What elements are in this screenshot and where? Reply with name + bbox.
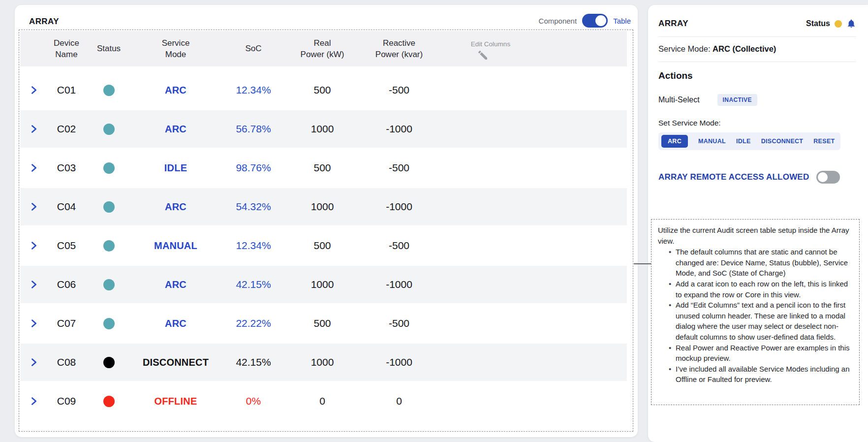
service-mode-cell: ARC [132,201,219,213]
status-bubble [103,240,115,252]
table-view-label[interactable]: Table [613,17,631,25]
real-power-cell: 500 [288,317,357,329]
reactive-power-cell: -1000 [357,123,441,135]
real-power-cell: 0 [288,395,357,407]
set-service-mode-label: Set Service Mode: [658,119,856,127]
annotation-note: Utilize the current Audit screen table s… [651,219,860,405]
reactive-power-cell: -1000 [357,279,441,290]
device-name-cell: C05 [48,240,85,252]
divider [658,62,856,62]
real-power-cell: 1000 [288,201,357,213]
pencil-icon [477,49,489,61]
status-bubble [103,124,115,135]
device-name-cell: C07 [48,317,85,329]
expand-chevron-icon[interactable] [29,279,39,290]
status-bubble [103,396,115,407]
col-header-real-power: Real Power (kW) [288,37,357,61]
col-header-status: Status [85,43,132,54]
soc-cell: 12.34% [219,240,288,252]
status-bubble [103,279,115,290]
expand-chevron-icon[interactable] [29,357,39,368]
soc-cell: 42.15% [219,356,288,368]
note-bullet: Add a carat icon to each row on the left… [669,279,853,300]
panel-title: ARRAY [29,17,59,27]
service-mode-cell: OFFLINE [132,396,219,407]
divider [658,36,856,37]
table-row[interactable]: C06 ARC 42.15% 1000 -1000 [20,266,627,303]
reactive-power-cell: -500 [357,162,441,174]
multi-select-state-badge[interactable]: INACTIVE [717,94,757,106]
table-row[interactable]: C01 ARC 12.34% 500 -500 [20,71,627,109]
view-toggle[interactable] [582,14,608,28]
soc-cell: 42.15% [219,279,288,290]
device-name-cell: C09 [48,395,85,407]
reactive-power-cell: -500 [357,317,441,329]
note-bullet: I’ve included all available Service Mode… [669,364,853,385]
table-row[interactable]: C07 ARC 22.22% 500 -500 [20,305,627,342]
service-mode-line: Service Mode: ARC (Collective) [658,44,856,54]
col-header-reactive-power: Reactive Power (kvar) [357,37,441,61]
expand-chevron-icon[interactable] [29,85,39,95]
col-header-device-name: Device Name [48,37,85,61]
service-mode-segmented-control: ARC MANUAL IDLE DISCONNECT RESET [658,132,840,150]
note-bullet: Real Power and Reactive Power are exampl… [669,343,853,364]
real-power-cell: 500 [288,240,357,252]
service-mode-cell: IDLE [132,162,219,174]
status-warning-dot [835,20,842,28]
table-header-row: Device Name Status Service Mode SoC Real… [20,31,627,66]
toggle-knob [595,15,606,26]
component-view-label[interactable]: Component [539,17,577,25]
service-mode-button[interactable]: DISCONNECT [761,135,804,148]
reactive-power-cell: -1000 [357,356,441,368]
device-name-cell: C03 [48,162,85,174]
note-intro: Utilize the current Audit screen table s… [658,225,853,246]
service-mode-cell: ARC [132,318,219,329]
note-connector-line [634,263,651,264]
device-table: Device Name Status Service Mode SoC Real… [19,30,633,432]
table-row[interactable]: C05 MANUAL 12.34% 500 -500 [20,227,627,264]
note-bullet: The default columns that are static and … [669,247,853,279]
page: { "colors": { "accent_blue": "#2A4DB5", … [0,0,868,442]
note-bullet: Add “Edit Columns” text and a pencil ico… [669,300,853,342]
status-label: Status [806,19,830,28]
service-mode-cell: ARC [132,279,219,290]
status-bubble [103,85,115,96]
service-mode-cell: MANUAL [132,240,219,252]
expand-chevron-icon[interactable] [29,240,39,251]
reactive-power-cell: 0 [357,395,441,407]
table-row[interactable]: C03 IDLE 98.76% 500 -500 [20,149,627,187]
remote-access-toggle[interactable] [816,171,840,184]
table-row[interactable]: C02 ARC 56.78% 1000 -1000 [20,110,627,148]
table-row[interactable]: C08 DISCONNECT 42.15% 1000 -1000 [20,344,627,381]
array-table-panel: ARRAY Component Table Device Name Status… [15,5,638,437]
expand-chevron-icon[interactable] [29,124,39,134]
soc-cell: 98.76% [219,162,288,174]
expand-chevron-icon[interactable] [29,318,39,329]
actions-title: Actions [658,70,856,81]
device-name-cell: C06 [48,279,85,290]
service-mode-button[interactable]: ARC [661,135,688,148]
service-mode-button[interactable]: IDLE [736,135,751,148]
service-mode-cell: ARC [132,124,219,135]
reactive-power-cell: -1000 [357,201,441,213]
col-header-soc: SoC [219,43,288,54]
expand-chevron-icon[interactable] [29,201,39,212]
expand-chevron-icon[interactable] [29,162,39,173]
bell-icon[interactable] [846,19,856,29]
remote-access-label: ARRAY REMOTE ACCESS ALLOWED [658,172,809,182]
table-row[interactable]: C04 ARC 54.32% 1000 -1000 [20,188,627,225]
status-bubble [103,162,115,174]
expand-chevron-icon[interactable] [29,396,39,407]
reactive-power-cell: -500 [357,84,441,96]
edit-columns-button[interactable]: Edit Columns [471,36,510,61]
service-mode-button[interactable]: MANUAL [698,135,726,148]
soc-cell: 56.78% [219,123,288,135]
table-body: C01 ARC 12.34% 500 -500 C02 AR [20,71,627,420]
sidebar-title: ARRAY [658,19,688,29]
soc-cell: 22.22% [219,317,288,329]
service-mode-cell: DISCONNECT [132,357,219,368]
service-mode-button[interactable]: RESET [813,135,835,148]
table-row[interactable]: C09 OFFLINE 0% 0 0 [20,382,627,420]
multi-select-label: Multi-Select [658,95,700,104]
col-header-service-mode: Service Mode [132,37,219,61]
